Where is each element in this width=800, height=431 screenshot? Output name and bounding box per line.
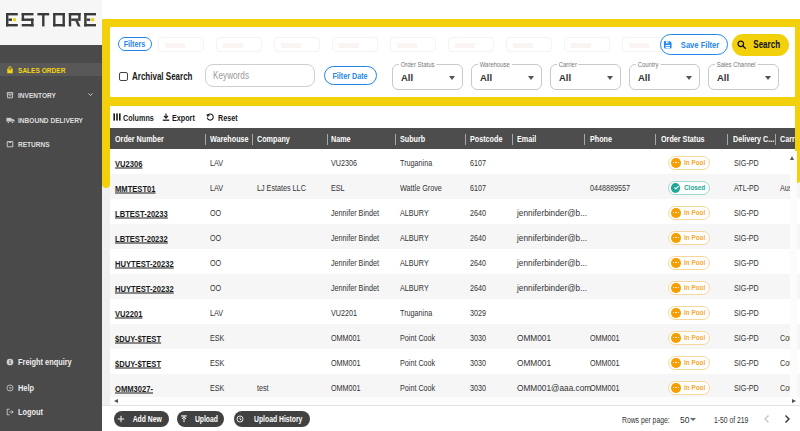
svg-text:?: ? (9, 385, 12, 390)
